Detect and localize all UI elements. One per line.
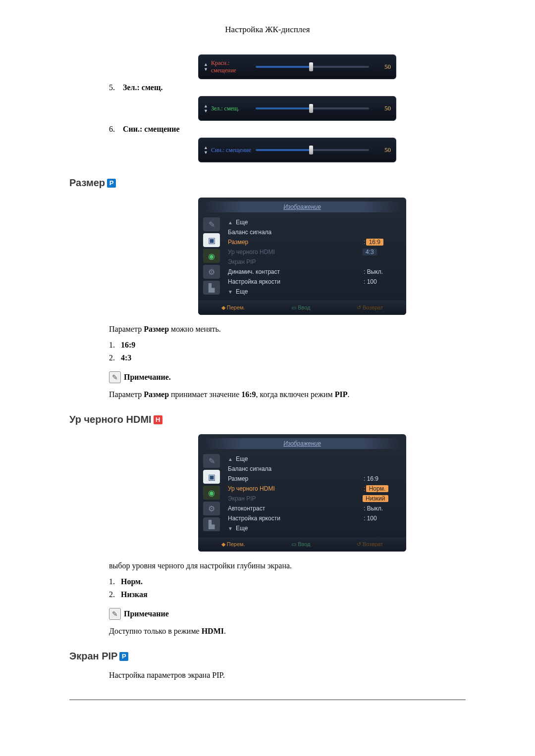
- osd-value-alt[interactable]: Низкий: [363, 495, 388, 502]
- pip-description: Настройка параметров экрана PIP.: [109, 671, 466, 680]
- osd-tab-icon[interactable]: ◉: [203, 249, 220, 263]
- osd-value: : 100: [364, 515, 398, 522]
- osd-item[interactable]: Экран PIP: [228, 495, 364, 502]
- osd-value-highlight[interactable]: 16:9: [366, 239, 383, 246]
- osd-title: Изображение: [203, 438, 401, 449]
- osd-menu-hdmi: Изображение ✎ ▣ ◉ ⚙ ▙ ▲Еще Баланс сигнал…: [198, 434, 406, 552]
- osd-value-highlight[interactable]: Норм.: [366, 485, 389, 492]
- p-tag-icon: P: [107, 179, 116, 188]
- slider-thumb[interactable]: [309, 62, 313, 71]
- slider-thumb[interactable]: [309, 104, 313, 113]
- blue-offset-row: ▲▼ Син.: смещение 50: [119, 138, 466, 162]
- hdmi-note-text: Доступно только в режиме HDMI.: [109, 627, 466, 636]
- osd-value-alt[interactable]: 4:3: [363, 249, 377, 255]
- osd-item[interactable]: Экран PIP: [228, 258, 398, 265]
- down-arrow-icon: ▼: [228, 289, 233, 295]
- list-number: 6.: [109, 125, 121, 134]
- footer-divider: [69, 700, 466, 700]
- down-arrow-icon: ▼: [228, 526, 233, 531]
- up-arrow-icon: ▲: [228, 220, 233, 225]
- osd-tab-icon[interactable]: ✎: [203, 217, 220, 231]
- osd-tab-icon[interactable]: ▙: [203, 517, 220, 531]
- osd-item-selected[interactable]: Размер: [228, 239, 364, 246]
- osd-menu-list: ▲Еще Баланс сигнала Размер: 16:9 Ур черн…: [228, 454, 401, 533]
- osd-footer: ◆ Перем. ▭ Ввод ↺ Возврат: [198, 537, 406, 552]
- osd-tab-icon[interactable]: ◉: [203, 486, 220, 500]
- osd-tab-icon[interactable]: ▙: [203, 281, 220, 295]
- size-description: Параметр Размер можно менять.: [109, 325, 466, 334]
- size-note-text: Параметр Размер принимает значение 16:9,…: [109, 390, 466, 399]
- hdmi-option-1: 1.Норм.: [109, 577, 466, 586]
- pip-heading: Экран PIP P: [69, 651, 466, 662]
- osd-menu-list: ▲Еще Баланс сигнала Размер: 16:9 Ур черн…: [228, 217, 401, 297]
- osd-item-selected[interactable]: Ур черного HDMI: [228, 485, 364, 492]
- size-option-2: 2.4:3: [109, 353, 466, 362]
- osd-value: : Выкл.: [364, 505, 398, 512]
- h-tag-icon: H: [154, 415, 162, 424]
- slider-stepper-icon[interactable]: ▲▼: [204, 145, 208, 155]
- osd-tab-icon[interactable]: ⚙: [203, 265, 220, 279]
- osd-item[interactable]: Динамич. контраст: [228, 268, 364, 275]
- slider-value: 50: [373, 63, 391, 71]
- red-offset-slider[interactable]: ▲▼ Красн.: смещение 50: [198, 54, 396, 79]
- hdmi-heading: Ур черного HDMI H: [69, 414, 466, 425]
- osd-title: Изображение: [203, 202, 401, 212]
- osd-value: : Выкл.: [364, 268, 398, 275]
- list-item-5: 5. Зел.: смещ.: [109, 83, 466, 92]
- list-item-6: 6. Син.: смещение: [109, 125, 466, 134]
- size-heading: Размер P: [69, 177, 466, 189]
- red-offset-row: ▲▼ Красн.: смещение 50: [119, 54, 466, 79]
- list-label: Син.: смещение: [123, 125, 180, 133]
- osd-item[interactable]: Размер: [228, 475, 364, 482]
- osd-item[interactable]: Баланс сигнала: [228, 465, 398, 472]
- page-title: Настройка ЖК-дисплея: [69, 25, 466, 35]
- green-offset-slider[interactable]: ▲▼ Зел.: смещ. 50: [198, 96, 396, 121]
- osd-footer: ◆ Перем. ▭ Ввод ↺ Возврат: [198, 301, 406, 315]
- size-option-1: 1.16:9: [109, 341, 466, 350]
- osd-item[interactable]: Автоконтраст: [228, 505, 364, 512]
- osd-tab-icon[interactable]: ▣: [203, 470, 220, 484]
- up-arrow-icon: ▲: [228, 456, 233, 462]
- slider-label: Зел.: смещ.: [211, 105, 256, 112]
- osd-value: : 16:9: [364, 475, 398, 482]
- osd-tab-icon[interactable]: ✎: [203, 454, 220, 468]
- note-icon: ✎: [109, 608, 121, 620]
- slider-value: 50: [373, 146, 391, 154]
- slider-thumb[interactable]: [309, 146, 313, 154]
- green-offset-row: ▲▼ Зел.: смещ. 50: [119, 96, 466, 121]
- list-number: 5.: [109, 83, 121, 92]
- list-label: Зел.: смещ.: [123, 83, 162, 92]
- osd-tab-icon[interactable]: ▣: [203, 233, 220, 247]
- hdmi-option-2: 2.Низкая: [109, 590, 466, 599]
- osd-value: : 100: [364, 278, 398, 285]
- size-note-heading: ✎ Примечание.: [109, 371, 466, 383]
- slider-label: Син.: смещение: [211, 147, 256, 154]
- slider-stepper-icon[interactable]: ▲▼: [204, 62, 208, 72]
- slider-stepper-icon[interactable]: ▲▼: [204, 103, 208, 113]
- p-tag-icon: P: [119, 652, 128, 661]
- osd-sidebar: ✎ ▣ ◉ ⚙ ▙: [203, 454, 221, 533]
- osd-sidebar: ✎ ▣ ◉ ⚙ ▙: [203, 217, 221, 297]
- osd-menu-size: Изображение ✎ ▣ ◉ ⚙ ▙ ▲Еще Баланс сигнал…: [198, 198, 406, 315]
- slider-label: Красн.: смещение: [211, 59, 256, 74]
- slider-value: 50: [373, 104, 391, 112]
- osd-item[interactable]: Настройка яркости: [228, 515, 364, 522]
- blue-offset-slider[interactable]: ▲▼ Син.: смещение 50: [198, 138, 396, 162]
- osd-item[interactable]: Настройка яркости: [228, 278, 364, 285]
- osd-item[interactable]: Ур черного HDMI: [228, 249, 364, 255]
- hdmi-note-heading: ✎ Примечание: [109, 608, 466, 620]
- note-icon: ✎: [109, 371, 121, 383]
- hdmi-description: выбор уровня черного для настройки глуби…: [109, 561, 466, 570]
- osd-item[interactable]: Баланс сигнала: [228, 229, 398, 236]
- osd-tab-icon[interactable]: ⚙: [203, 502, 220, 515]
